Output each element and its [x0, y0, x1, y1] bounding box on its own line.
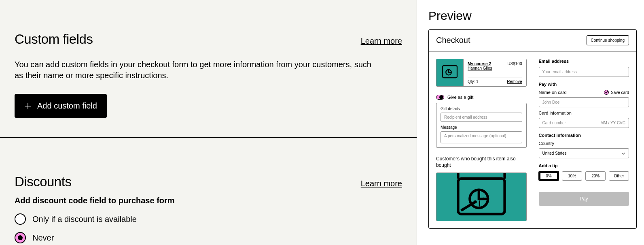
discounts-title: Discounts — [15, 174, 71, 190]
add-custom-field-button[interactable]: Add custom field — [15, 94, 107, 118]
custom-fields-learn-more[interactable]: Learn more — [361, 36, 402, 46]
save-card-checkbox[interactable] — [604, 90, 609, 95]
tip-heading: Add a tip — [539, 163, 629, 168]
recommendation-card[interactable] — [436, 173, 527, 221]
email-heading: Email address — [539, 59, 629, 64]
gift-details-box: Gift details Recipient email address Mes… — [436, 103, 527, 148]
course-icon — [451, 173, 512, 221]
svg-point-7 — [474, 200, 477, 204]
svg-rect-0 — [443, 66, 457, 78]
country-label: Country — [539, 141, 629, 146]
settings-panel: Custom fields Learn more You can add cus… — [0, 0, 417, 245]
product-thumbnail — [436, 59, 464, 86]
checkout-left-col: My course 2 Hannah Giles US$100 Qty: 1 R… — [436, 59, 527, 221]
gift-details-label: Gift details — [441, 107, 522, 111]
gift-toggle-label: Give as a gift — [447, 95, 473, 100]
checkout-heading: Checkout — [436, 36, 470, 45]
contact-heading: Contact information — [539, 133, 629, 138]
discount-option-available[interactable]: Only if a discount is available — [15, 213, 402, 225]
radio-icon — [15, 232, 26, 243]
card-number-input[interactable]: Card number MM / YY CVC — [539, 118, 629, 128]
product-qty: Qty: 1 — [468, 79, 479, 84]
checkout-right-col: Email address Your email address Pay wit… — [539, 59, 629, 221]
continue-shopping-button[interactable]: Continue shopping — [587, 35, 629, 45]
country-value: United States — [542, 151, 567, 156]
radio-icon — [15, 213, 26, 225]
country-select[interactable]: United States — [539, 148, 629, 158]
name-on-card-label: Name on card — [539, 90, 567, 95]
recommendations-title: Customers who bought this item also boug… — [436, 156, 527, 168]
product-price: US$100 — [507, 62, 522, 70]
discount-field-heading: Add discount code field to purchase form — [15, 196, 402, 205]
name-on-card-input[interactable]: John Doe — [539, 97, 629, 107]
tip-option-20[interactable]: 20% — [585, 171, 606, 181]
discounts-learn-more[interactable]: Learn more — [361, 179, 402, 188]
gift-toggle[interactable] — [436, 95, 444, 100]
tip-option-10[interactable]: 10% — [562, 171, 582, 181]
add-custom-field-label: Add custom field — [37, 101, 97, 111]
check-icon — [605, 91, 608, 94]
save-card-label: Save card — [611, 90, 629, 95]
custom-fields-title: Custom fields — [15, 32, 93, 47]
card-info-label: Card information — [539, 111, 629, 115]
cart-item: My course 2 Hannah Giles US$100 Qty: 1 R… — [436, 59, 527, 87]
remove-item-link[interactable]: Remove — [507, 79, 522, 84]
pay-button[interactable]: Pay — [539, 192, 629, 206]
preview-panel: Preview Checkout Continue shopping — [417, 0, 644, 245]
preview-title: Preview — [428, 9, 637, 23]
plus-icon — [24, 102, 32, 110]
recipient-email-input[interactable]: Recipient email address — [441, 113, 522, 122]
course-icon — [440, 63, 460, 83]
chevron-down-icon — [621, 151, 625, 156]
product-seller[interactable]: Hannah Giles — [468, 66, 492, 70]
discounts-section: Discounts Learn more Add discount code f… — [0, 138, 417, 245]
gift-message-input[interactable]: A personalized message (optional) — [441, 131, 522, 143]
email-input[interactable]: Your email address — [539, 67, 629, 77]
custom-fields-section: Custom fields Learn more You can add cus… — [0, 0, 417, 138]
tip-option-other[interactable]: Other — [609, 171, 629, 181]
discount-option-available-label: Only if a discount is available — [32, 215, 137, 224]
product-name[interactable]: My course 2 — [468, 62, 492, 66]
preview-frame: Checkout Continue shopping — [428, 29, 637, 229]
gift-message-label: Message — [441, 125, 522, 130]
tip-option-0[interactable]: 0% — [539, 171, 559, 181]
discount-option-never[interactable]: Never — [15, 232, 402, 243]
discount-option-never-label: Never — [32, 233, 54, 243]
paywith-heading: Pay with — [539, 82, 629, 87]
custom-fields-description: You can add custom fields in your checko… — [15, 59, 379, 81]
